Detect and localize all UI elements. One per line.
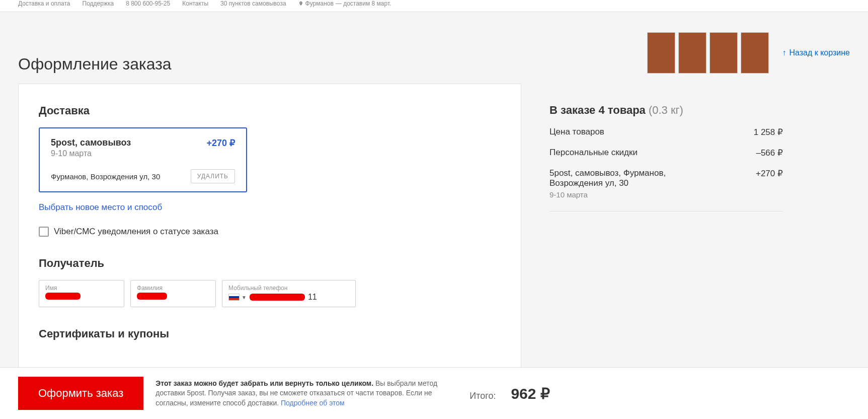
- delivery-method-name: 5post, самовывоз: [51, 137, 131, 148]
- location-city: Фурманов: [305, 0, 334, 7]
- row-label: Цена товаров: [549, 127, 604, 137]
- row-value: 1 258 ₽: [754, 127, 783, 137]
- arrow-up-icon: ↑: [782, 48, 786, 57]
- summary-row-items-price: Цена товаров 1 258 ₽: [549, 127, 783, 137]
- delivery-address: Фурманов, Возрождения ул, 30: [51, 172, 160, 181]
- delivery-dates: 9-10 марта: [51, 149, 131, 158]
- checkout-footer: Оформить заказ Этот заказ можно будет за…: [0, 367, 868, 419]
- chevron-down-icon[interactable]: ▼: [242, 295, 247, 300]
- total-label: Итого:: [469, 391, 496, 401]
- product-thumb[interactable]: [709, 32, 738, 74]
- delete-delivery-button[interactable]: УДАЛИТЬ: [191, 169, 235, 183]
- redacted-value: [250, 294, 305, 301]
- footer-note-bold: Этот заказ можно будет забрать или верну…: [155, 379, 373, 387]
- page-header: Оформление заказа ↑ Назад к корзине: [0, 12, 868, 84]
- row-label: Персональные скидки: [549, 148, 638, 158]
- page-title: Оформление заказа: [18, 55, 172, 74]
- first-name-label: Имя: [45, 285, 118, 292]
- location-selector[interactable]: Фурманов — доставим 8 март.: [298, 0, 391, 7]
- delivery-method-card[interactable]: 5post, самовывоз 9-10 марта +270 ₽ Фурма…: [39, 127, 247, 192]
- product-thumb[interactable]: [647, 32, 675, 74]
- footer-more-link[interactable]: Подробнее об этом: [281, 399, 345, 407]
- last-name-field[interactable]: Фамилия: [130, 280, 216, 307]
- total-value: 962 ₽: [511, 385, 549, 402]
- nav-contacts[interactable]: Контакты: [182, 0, 208, 7]
- nav-phone[interactable]: 8 800 600-95-25: [126, 0, 170, 7]
- redacted-value: [45, 293, 81, 300]
- product-thumb[interactable]: [741, 32, 769, 74]
- shipping-date: 9-10 марта: [549, 190, 700, 199]
- sms-notify-row[interactable]: Viber/СМС уведомления о статусе заказа: [39, 227, 501, 237]
- change-delivery-link[interactable]: Выбрать новое место и способ: [39, 202, 162, 213]
- nav-pickup-points[interactable]: 30 пунктов самовывоза: [220, 0, 286, 7]
- summary-weight: (0.3 кг): [649, 104, 683, 116]
- phone-field[interactable]: Мобильный телефон ▼ 11: [222, 280, 356, 307]
- back-to-cart-link[interactable]: ↑ Назад к корзине: [782, 48, 850, 57]
- order-summary: В заказе 4 товара (0.3 кг) Цена товаров …: [521, 84, 783, 371]
- footer-note: Этот заказ можно будет забрать или верну…: [155, 379, 457, 408]
- delivery-price: +270 ₽: [206, 137, 235, 149]
- back-label: Назад к корзине: [789, 48, 850, 57]
- cart-thumbnails: [647, 32, 769, 74]
- nav-delivery-payment[interactable]: Доставка и оплата: [18, 0, 70, 7]
- redacted-value: [137, 293, 167, 300]
- summary-row-discount: Персональные скидки –566 ₽: [549, 148, 783, 158]
- topbar: Доставка и оплата Поддержка 8 800 600-95…: [0, 0, 868, 12]
- flag-ru-icon[interactable]: [228, 294, 240, 301]
- shipping-label: 5post, самовывоз, Фурманов, Возрождения …: [549, 168, 700, 188]
- footer-total: Итого: 962 ₽: [469, 385, 550, 402]
- summary-row-shipping: 5post, самовывоз, Фурманов, Возрождения …: [549, 168, 783, 199]
- checkout-form-card: Доставка 5post, самовывоз 9-10 марта +27…: [18, 84, 521, 371]
- sms-notify-checkbox[interactable]: [39, 227, 49, 237]
- submit-order-button[interactable]: Оформить заказ: [18, 377, 143, 410]
- summary-count: В заказе 4 товара: [549, 104, 646, 116]
- certificates-heading: Сертификаты и купоны: [39, 327, 501, 340]
- delivery-heading: Доставка: [39, 104, 501, 117]
- divider: [549, 211, 783, 212]
- summary-title: В заказе 4 товара (0.3 кг): [549, 104, 783, 117]
- location-delivery-note: — доставим 8 март.: [336, 0, 391, 7]
- nav-support[interactable]: Поддержка: [83, 0, 114, 7]
- first-name-field[interactable]: Имя: [39, 280, 124, 307]
- sms-notify-label: Viber/СМС уведомления о статусе заказа: [54, 227, 218, 237]
- row-value: –566 ₽: [756, 148, 783, 158]
- phone-label: Мобильный телефон: [228, 285, 349, 292]
- last-name-label: Фамилия: [137, 285, 209, 292]
- phone-suffix: 11: [308, 293, 317, 302]
- recipient-heading: Получатель: [39, 257, 501, 270]
- shipping-value: +270 ₽: [756, 168, 783, 199]
- product-thumb[interactable]: [678, 32, 706, 74]
- pin-icon: [298, 1, 303, 7]
